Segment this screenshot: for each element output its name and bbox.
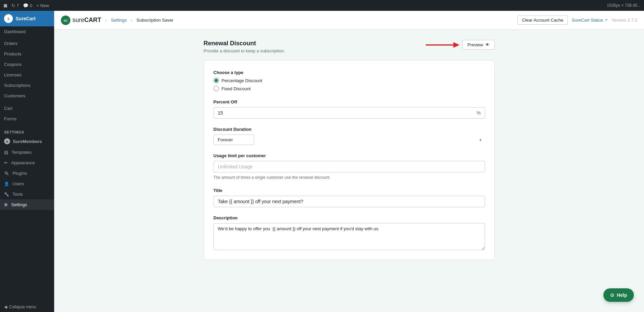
- usage-limit-group: Usage limit per customer The amount of t…: [214, 153, 485, 180]
- title-input[interactable]: [214, 196, 485, 207]
- surecart-brand-icon: S: [4, 14, 13, 23]
- cart-label: Cart: [4, 106, 13, 111]
- title-label: Title: [214, 188, 485, 193]
- logo-cart: CART: [84, 17, 101, 23]
- sidebar-item-cart[interactable]: Cart: [0, 103, 54, 114]
- sidebar-item-users[interactable]: 👤 Users: [0, 178, 54, 189]
- sidebar-item-licenses[interactable]: Licenses: [0, 70, 54, 80]
- breadcrumb-sep-1: ›: [105, 18, 107, 23]
- percentage-discount-radio[interactable]: [214, 78, 219, 83]
- sidebar-item-suremem[interactable]: ● SureMembers: [0, 136, 54, 147]
- surecart-status-link[interactable]: SureCart Status ↗: [572, 18, 608, 23]
- page-header: SC sureCART › Settings › Subscription Sa…: [54, 11, 644, 30]
- help-button[interactable]: ⊙ Help: [603, 288, 634, 302]
- form-container: Renewal Discount Provide a discount to k…: [204, 40, 495, 260]
- sidebar-item-settings[interactable]: ⚙ Settings: [0, 199, 54, 210]
- page-content: Renewal Discount Provide a discount to k…: [54, 30, 644, 312]
- title-group: Title: [214, 188, 485, 207]
- collapse-icon: ◀: [4, 305, 7, 309]
- sidebar: S SureCart Dashboard Orders Products Cou…: [0, 11, 54, 312]
- plugins-label: Plugins: [13, 171, 27, 176]
- logo-text: sureCART: [72, 17, 101, 24]
- sidebar-item-dashboard[interactable]: Dashboard: [0, 26, 54, 37]
- sidebar-item-appearance[interactable]: ✏ Appearance: [0, 158, 54, 168]
- products-label: Products: [4, 51, 21, 56]
- tools-label: Tools: [13, 192, 23, 197]
- section-title: Renewal Discount: [204, 40, 285, 47]
- percentage-discount-label: Percentage Discount: [222, 78, 263, 83]
- usage-limit-input[interactable]: [214, 161, 485, 172]
- surecart-logo[interactable]: SC sureCART: [61, 16, 101, 25]
- breadcrumb-current: Subscription Saver: [136, 18, 173, 23]
- sidebar-brand[interactable]: S SureCart: [0, 11, 54, 26]
- updates-item[interactable]: ↻ 7: [12, 3, 19, 8]
- section-subtitle: Provide a discount to keep a subscriptio…: [204, 48, 285, 53]
- sidebar-item-plugins[interactable]: 🔌 Plugins: [0, 168, 54, 178]
- svg-text:SC: SC: [64, 19, 68, 22]
- duration-select[interactable]: Forever Once Repeating: [214, 135, 254, 145]
- description-textarea[interactable]: [214, 223, 485, 250]
- plugins-icon: 🔌: [4, 171, 9, 176]
- red-arrow: [426, 41, 460, 49]
- settings-label: Settings: [11, 202, 27, 207]
- breadcrumb-settings[interactable]: Settings: [111, 18, 127, 23]
- sidebar-item-forms[interactable]: Forms: [0, 114, 54, 124]
- help-label: Help: [617, 292, 627, 298]
- usage-limit-help: The amount of times a single customer us…: [214, 175, 485, 180]
- preview-button[interactable]: Preview 👁: [462, 40, 494, 50]
- description-label: Description: [214, 215, 485, 220]
- sidebar-item-customers[interactable]: Customers: [0, 91, 54, 101]
- settings-section-header: Settings: [0, 127, 54, 136]
- svg-marker-5: [453, 42, 460, 48]
- type-group: Choose a type Percentage Discount Fixed …: [214, 70, 485, 91]
- fixed-discount-radio[interactable]: [214, 86, 219, 91]
- arrow-preview-group: Preview 👁: [426, 40, 494, 50]
- new-item[interactable]: + New: [37, 3, 49, 8]
- updates-count: 7: [17, 3, 19, 8]
- templates-icon: ▤: [4, 150, 8, 155]
- fixed-discount-option[interactable]: Fixed Discount: [214, 86, 485, 91]
- sidebar-collapse-btn[interactable]: ◀ Collapse menu: [0, 302, 54, 312]
- suremem-label: SureMembers: [13, 139, 42, 144]
- duration-label: Discount Duration: [214, 127, 485, 132]
- percent-off-label: Percent Off: [214, 99, 485, 104]
- clear-cache-button[interactable]: Clear Account Cache: [517, 16, 568, 25]
- chevron-down-icon: ▾: [480, 138, 482, 142]
- sidebar-brand-label: SureCart: [16, 16, 36, 21]
- usage-limit-label: Usage limit per customer: [214, 153, 485, 158]
- help-icon: ⊙: [610, 292, 614, 298]
- updates-icon: ↻: [12, 3, 15, 8]
- surecart-logo-icon: SC: [61, 16, 70, 25]
- section-header: Renewal Discount Provide a discount to k…: [204, 40, 495, 53]
- sidebar-item-tools[interactable]: 🔧 Tools: [0, 189, 54, 199]
- forms-label: Forms: [4, 116, 17, 121]
- users-icon: 👤: [4, 182, 9, 186]
- comments-item[interactable]: 💬 0: [23, 3, 32, 8]
- sidebar-item-templates[interactable]: ▤ Templates: [0, 147, 54, 158]
- eye-icon: 👁: [485, 42, 490, 47]
- settings-icon: ⚙: [4, 202, 8, 207]
- version-text: Version 2.7.2: [612, 18, 637, 23]
- tools-icon: 🔧: [4, 192, 9, 197]
- sidebar-item-subscriptions[interactable]: Subscriptions: [0, 80, 54, 91]
- screen-size: 1536px × 738.40...: [607, 3, 641, 8]
- sidebar-item-coupons[interactable]: Coupons: [0, 59, 54, 70]
- section-title-group: Renewal Discount Provide a discount to k…: [204, 40, 285, 53]
- wp-logo-icon[interactable]: ■: [3, 2, 7, 9]
- sidebar-item-orders[interactable]: Orders: [0, 38, 54, 49]
- orders-label: Orders: [4, 41, 18, 46]
- sidebar-item-products[interactable]: Products: [0, 49, 54, 59]
- suremem-icon: ●: [4, 138, 10, 144]
- customers-label: Customers: [4, 93, 25, 98]
- percent-off-input[interactable]: [214, 107, 485, 119]
- coupons-label: Coupons: [4, 62, 22, 67]
- comments-icon: 💬: [23, 3, 28, 8]
- duration-select-wrapper: Forever Once Repeating ▾: [214, 135, 485, 145]
- percentage-discount-option[interactable]: Percentage Discount: [214, 78, 485, 83]
- fixed-discount-label: Fixed Discount: [222, 86, 251, 91]
- type-radio-group: Percentage Discount Fixed Discount: [214, 78, 485, 91]
- duration-group: Discount Duration Forever Once Repeating…: [214, 127, 485, 145]
- logo-sure: sure: [72, 17, 84, 23]
- dashboard-label: Dashboard: [4, 29, 26, 34]
- comments-count: 0: [30, 3, 32, 8]
